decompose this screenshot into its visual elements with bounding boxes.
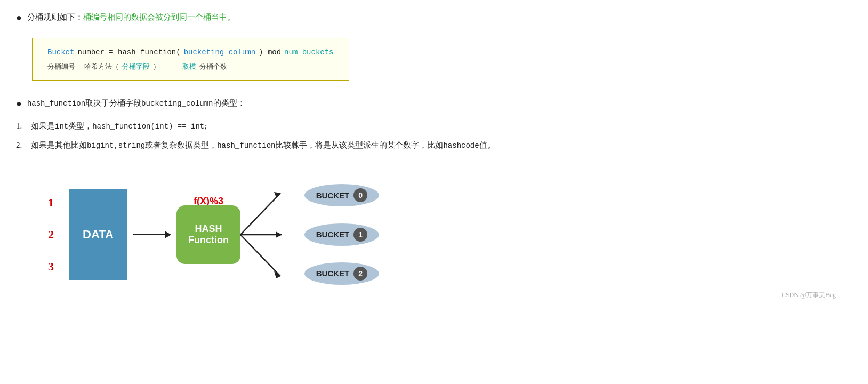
bullet1-text-green: 桶编号相同的数据会被分到同一个桶当中。 — [83, 13, 235, 21]
bullet-item-2: ● hash_function取决于分桶字段bucketing_column的类… — [16, 97, 852, 111]
bucket-label-0: BUCKET — [316, 191, 350, 200]
row-num-1: 1 — [48, 197, 54, 209]
bullet-text-1: 分桶规则如下：桶编号相同的数据会被分到同一个桶当中。 — [27, 11, 235, 25]
diagram-area: 1 2 3 DATA f(X)%3 HASH Function — [16, 165, 852, 304]
item2-content: 如果是其他比如bigint,string或者复杂数据类型，hash_functi… — [31, 139, 495, 153]
formula-num-buckets: num_buckets — [284, 45, 333, 60]
bucket-num-2: 2 — [353, 267, 367, 281]
item1-text5: ; — [204, 122, 206, 130]
arrow-head-1 — [165, 231, 171, 238]
bullet-text-2: hash_function取决于分桶字段bucketing_column的类型： — [27, 97, 245, 110]
hash-box-container: f(X)%3 HASH Function — [176, 205, 240, 264]
item2-text5: 比较棘手，将是从该类型派生的某个数字，比如 — [275, 141, 443, 149]
row-num-3: 3 — [48, 261, 54, 273]
hash-label: HASH Function — [188, 223, 229, 246]
svg-marker-3 — [276, 231, 282, 238]
hash-line2: Function — [188, 235, 229, 246]
watermark: CSDN @万事无Bug — [782, 291, 836, 300]
bucket-ellipse-2: BUCKET 2 — [304, 262, 379, 285]
item1-text1: 如果是 — [31, 122, 55, 130]
formula-keyword: Bucket — [47, 45, 74, 60]
bucket-ellipse-0: BUCKET 0 — [304, 184, 379, 206]
item1-num: 1. — [16, 119, 31, 133]
formula-mod: 取模 — [182, 60, 196, 74]
item2-text1: 如果是其他比如 — [31, 141, 87, 149]
svg-line-0 — [240, 193, 280, 235]
formula-rest1: number = hash_function( — [77, 45, 180, 60]
item2-text7: 值。 — [479, 141, 495, 149]
row-numbers: 1 2 3 — [48, 187, 54, 283]
hash-function-box: HASH Function — [176, 205, 240, 264]
bucket-ellipse-1: BUCKET 1 — [304, 223, 379, 246]
item1-text3: 类型， — [68, 122, 92, 130]
formula-cn3: ） — [153, 60, 160, 74]
formula-rest2: ) mod — [259, 45, 281, 60]
bucket-label-2: BUCKET — [316, 269, 350, 278]
formula-line1: Bucket number = hash_function(bucketing_… — [47, 45, 334, 60]
bucket-label-1: BUCKET — [316, 230, 350, 239]
hash-to-buckets-arrows — [240, 176, 294, 293]
bullet-dot-2: ● — [16, 97, 22, 111]
formula-cn4: 分桶个数 — [199, 60, 227, 74]
formula-cn2: = 哈希方法（ — [78, 60, 119, 74]
formula-box: Bucket number = hash_function(bucketing_… — [32, 38, 349, 81]
bullet2-text2: 取决于分桶字段 — [85, 99, 141, 107]
data-label: DATA — [83, 228, 114, 242]
bullet-item-1: ● 分桶规则如下：桶编号相同的数据会被分到同一个桶当中。 — [16, 11, 852, 25]
item2-text6: hashcode — [443, 141, 479, 150]
hash-line1: HASH — [188, 223, 229, 235]
item2-text2: bigint,string — [87, 141, 145, 150]
bullet1-text-before: 分桶规则如下： — [27, 13, 83, 21]
item2-text4: hash_function — [217, 141, 275, 150]
bullet2-text1: hash_function — [27, 99, 85, 108]
numbered-list: 1. 如果是int类型，hash_function(int) == int; 2… — [16, 119, 852, 153]
formula-cn1: 分桶编号 — [47, 60, 75, 74]
item2-num: 2. — [16, 139, 31, 153]
numbered-item-1: 1. 如果是int类型，hash_function(int) == int; — [16, 119, 852, 133]
numbered-item-2: 2. 如果是其他比如bigint,string或者复杂数据类型，hash_fun… — [16, 139, 852, 153]
bullet2-text4: 的类型： — [213, 99, 245, 107]
item1-text4: hash_function(int) == int — [92, 122, 204, 131]
bucket-num-0: 0 — [353, 188, 367, 202]
row-num-2: 2 — [48, 229, 54, 241]
formula-comment-line: 分桶编号 = 哈希方法（分桶字段） 取模 分桶个数 — [47, 60, 334, 74]
bucket-row-1: BUCKET 1 — [304, 223, 379, 246]
svg-line-4 — [240, 235, 280, 276]
bucket-row-2: BUCKET 2 — [304, 262, 379, 285]
bullet2-text3: bucketing_column — [141, 99, 213, 108]
bullet-dot-1: ● — [16, 11, 22, 25]
item1-content: 如果是int类型，hash_function(int) == int; — [31, 119, 206, 133]
data-box: DATA — [69, 189, 127, 280]
item1-text2: int — [55, 122, 68, 131]
formula-teal: 分桶字段 — [122, 60, 150, 74]
bucket-num-1: 1 — [353, 228, 367, 242]
buckets-area: BUCKET 0 BUCKET 1 BUCKET 2 — [304, 176, 379, 293]
arrow-line-1 — [133, 234, 165, 235]
data-to-hash-arrow — [133, 231, 171, 238]
formula-bucketing: bucketing_column — [184, 45, 255, 60]
bucket-row-0: BUCKET 0 — [304, 184, 379, 206]
item2-text3: 或者复杂数据类型， — [145, 141, 217, 149]
